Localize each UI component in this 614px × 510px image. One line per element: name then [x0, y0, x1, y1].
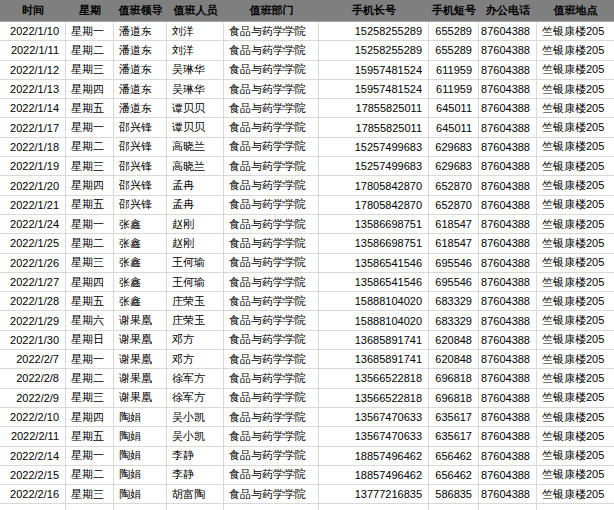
cell-weekday[interactable]: 星期一 [66, 350, 114, 368]
cell-date[interactable]: 2022/1/13 [0, 80, 66, 98]
cell-weekday[interactable]: 星期三 [66, 389, 114, 407]
cell-mobile_short[interactable]: 652870 [429, 196, 479, 214]
cell-mobile_short[interactable]: 635617 [429, 408, 479, 426]
cell-date[interactable]: 2022/1/12 [0, 61, 66, 79]
cell-duty_staff[interactable]: 高晓兰 [167, 138, 224, 156]
cell-department[interactable]: 食品与药学学院 [224, 138, 319, 156]
cell-weekday[interactable]: 星期五 [66, 196, 114, 214]
cell-location[interactable]: 竺银康楼205 [537, 157, 614, 175]
cell-location[interactable]: 竺银康楼205 [537, 273, 614, 291]
cell-department[interactable]: 食品与药学学院 [224, 22, 319, 40]
cell-mobile_short[interactable]: 683329 [429, 292, 479, 310]
cell-duty_leader[interactable]: 陶娟 [114, 485, 167, 503]
cell-mobile_short[interactable]: 645011 [429, 118, 479, 136]
cell-mobile_short[interactable]: 620848 [429, 331, 479, 349]
cell-date[interactable]: 2022/1/25 [0, 234, 66, 252]
cell-mobile_short[interactable]: 635617 [429, 427, 479, 445]
cell-office_phone[interactable]: 87604388 [479, 138, 537, 156]
cell-weekday[interactable]: 星期三 [66, 254, 114, 272]
cell-duty_leader[interactable]: 陶娟 [114, 466, 167, 484]
cell-duty_staff[interactable]: 谭贝贝 [167, 99, 224, 117]
cell-date[interactable]: 2022/1/26 [0, 254, 66, 272]
cell-office_phone[interactable]: 87604388 [479, 369, 537, 387]
cell-mobile_short[interactable]: 655289 [429, 41, 479, 59]
cell-office_phone[interactable]: 87604388 [479, 61, 537, 79]
cell-location[interactable]: 竺银康楼205 [537, 22, 614, 40]
column-header-location[interactable]: 值班地点 [537, 0, 614, 21]
cell-mobile_short[interactable]: 655289 [429, 22, 479, 40]
cell-weekday[interactable] [66, 504, 114, 510]
cell-date[interactable]: 2022/2/16 [0, 485, 66, 503]
cell-mobile_long[interactable]: 13685891741 [319, 350, 429, 368]
column-header-duty_leader[interactable]: 值班领导 [114, 0, 167, 21]
cell-date[interactable]: 2022/1/20 [0, 176, 66, 194]
cell-mobile_long[interactable] [319, 504, 429, 510]
cell-office_phone[interactable]: 87604388 [479, 80, 537, 98]
cell-date[interactable]: 2022/2/11 [0, 427, 66, 445]
cell-duty_leader[interactable]: 张鑫 [114, 292, 167, 310]
cell-mobile_long[interactable]: 13566522818 [319, 369, 429, 387]
cell-mobile_short[interactable]: 656462 [429, 466, 479, 484]
cell-office_phone[interactable]: 87604388 [479, 176, 537, 194]
cell-weekday[interactable]: 星期四 [66, 273, 114, 291]
cell-weekday[interactable]: 星期四 [66, 80, 114, 98]
column-header-duty_staff[interactable]: 值班人员 [167, 0, 224, 21]
cell-weekday[interactable]: 星期一 [66, 215, 114, 233]
cell-location[interactable]: 竺银康楼205 [537, 485, 614, 503]
cell-mobile_short[interactable]: 695546 [429, 273, 479, 291]
cell-mobile_short[interactable]: 618547 [429, 234, 479, 252]
cell-office_phone[interactable]: 87604388 [479, 311, 537, 329]
cell-office_phone[interactable]: 87604388 [479, 485, 537, 503]
cell-duty_leader[interactable]: 潘道东 [114, 22, 167, 40]
cell-date[interactable]: 2022/2/7 [0, 350, 66, 368]
cell-location[interactable]: 竺银康楼205 [537, 350, 614, 368]
cell-location[interactable]: 竺银康楼205 [537, 118, 614, 136]
cell-mobile_short[interactable]: 683329 [429, 311, 479, 329]
cell-mobile_long[interactable]: 13586541546 [319, 273, 429, 291]
cell-department[interactable]: 食品与药学学院 [224, 389, 319, 407]
cell-weekday[interactable]: 星期一 [66, 447, 114, 465]
cell-mobile_long[interactable]: 15258255289 [319, 41, 429, 59]
cell-location[interactable]: 竺银康楼205 [537, 311, 614, 329]
cell-duty_staff[interactable] [167, 504, 224, 510]
cell-office_phone[interactable]: 87604388 [479, 331, 537, 349]
cell-duty_leader[interactable]: 张鑫 [114, 273, 167, 291]
cell-mobile_long[interactable]: 13685891741 [319, 331, 429, 349]
cell-mobile_short[interactable]: 618547 [429, 215, 479, 233]
cell-location[interactable]: 竺银康楼205 [537, 138, 614, 156]
cell-mobile_long[interactable]: 15888104020 [319, 311, 429, 329]
cell-duty_leader[interactable]: 邵兴锋 [114, 176, 167, 194]
cell-department[interactable]: 食品与药学学院 [224, 292, 319, 310]
cell-location[interactable]: 竺银康楼205 [537, 80, 614, 98]
cell-duty_staff[interactable]: 庄荣玉 [167, 292, 224, 310]
cell-mobile_long[interactable]: 18857496462 [319, 447, 429, 465]
cell-mobile_long[interactable]: 13586698751 [319, 215, 429, 233]
cell-mobile_long[interactable]: 17855825011 [319, 118, 429, 136]
cell-duty_leader[interactable]: 陶娟 [114, 408, 167, 426]
cell-mobile_short[interactable]: 696818 [429, 369, 479, 387]
cell-weekday[interactable]: 星期三 [66, 485, 114, 503]
cell-duty_staff[interactable]: 孟冉 [167, 176, 224, 194]
cell-mobile_short[interactable]: 620848 [429, 350, 479, 368]
cell-mobile_long[interactable]: 17805842870 [319, 176, 429, 194]
cell-date[interactable]: 2022/1/11 [0, 41, 66, 59]
cell-department[interactable]: 食品与药学学院 [224, 61, 319, 79]
cell-duty_leader[interactable]: 潘道东 [114, 41, 167, 59]
cell-date[interactable]: 2022/1/29 [0, 311, 66, 329]
cell-duty_leader[interactable]: 邵兴锋 [114, 118, 167, 136]
cell-department[interactable]: 食品与药学学院 [224, 311, 319, 329]
cell-location[interactable]: 竺银康楼205 [537, 234, 614, 252]
cell-department[interactable]: 食品与药学学院 [224, 273, 319, 291]
cell-mobile_long[interactable]: 15257499683 [319, 138, 429, 156]
cell-mobile_short[interactable]: 656462 [429, 447, 479, 465]
cell-mobile_long[interactable]: 18857496462 [319, 466, 429, 484]
cell-weekday[interactable]: 星期五 [66, 292, 114, 310]
cell-mobile_long[interactable]: 17805842870 [319, 196, 429, 214]
cell-mobile_short[interactable]: 696818 [429, 389, 479, 407]
cell-department[interactable] [224, 504, 319, 510]
cell-office_phone[interactable] [479, 504, 537, 510]
cell-department[interactable]: 食品与药学学院 [224, 447, 319, 465]
cell-weekday[interactable]: 星期日 [66, 331, 114, 349]
cell-office_phone[interactable]: 87604388 [479, 157, 537, 175]
cell-date[interactable]: 2022/1/18 [0, 138, 66, 156]
